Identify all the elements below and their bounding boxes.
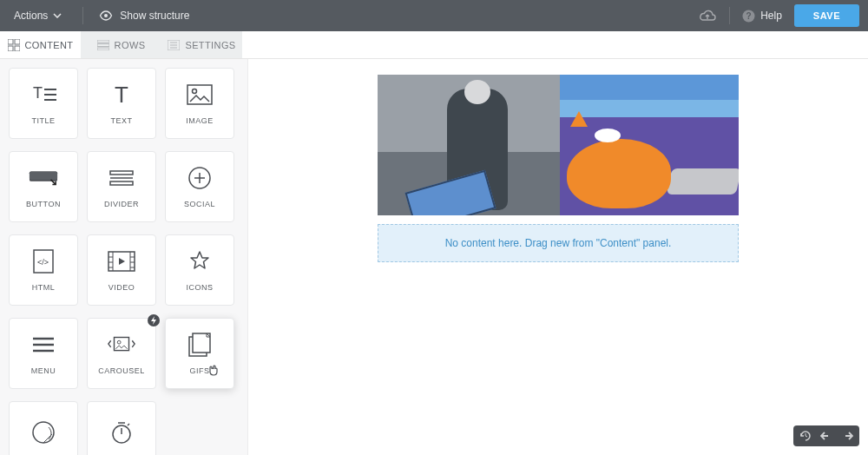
svg-rect-8 [97, 43, 109, 46]
title-icon: T [29, 82, 58, 108]
empty-dropzone[interactable]: No content here. Drag new from "Content"… [378, 224, 739, 262]
svg-point-44 [117, 340, 121, 344]
block-icons[interactable]: ICONS [165, 234, 234, 306]
dropzone-text: No content here. Drag new from "Content"… [445, 237, 672, 249]
settings-icon [168, 40, 180, 50]
svg-rect-25 [110, 181, 133, 185]
sidebar-tabs: CONTENT ROWS SETTINGS [0, 31, 868, 59]
video-icon [107, 248, 136, 274]
tab-settings[interactable]: SETTINGS [161, 31, 242, 58]
svg-rect-4 [15, 39, 20, 44]
block-sticker[interactable] [9, 401, 78, 455]
block-label: DIVIDER [104, 200, 139, 208]
svg-rect-22 [30, 171, 57, 179]
block-label: TITLE [31, 116, 55, 125]
block-text[interactable]: T TEXT [87, 68, 156, 139]
block-label: TEXT [110, 116, 132, 125]
redo-button[interactable] [840, 429, 854, 443]
tab-label: CONTENT [25, 40, 74, 50]
help-icon: ? [742, 10, 755, 23]
history-button[interactable] [799, 429, 812, 443]
svg-point-20 [193, 89, 197, 94]
svg-rect-3 [8, 39, 13, 44]
block-html[interactable]: </> HTML [9, 234, 78, 306]
undo-icon [820, 431, 832, 441]
image-icon [185, 82, 214, 108]
content-sidebar: T TITLE T TEXT IMAGE BUTTON [0, 59, 248, 455]
divider [729, 7, 730, 24]
grid-icon [8, 39, 20, 51]
tab-content[interactable]: CONTENT [0, 31, 81, 58]
button-icon [29, 165, 58, 191]
block-label: HTML [32, 283, 56, 292]
divider [82, 7, 83, 24]
actions-menu[interactable]: Actions [5, 6, 70, 25]
undo-button[interactable] [819, 429, 833, 443]
lightning-badge-icon [148, 314, 160, 326]
save-button[interactable]: SAVE [794, 4, 859, 27]
svg-text:?: ? [746, 11, 752, 21]
block-label: VIDEO [108, 283, 135, 292]
actions-label: Actions [14, 10, 48, 22]
svg-text:T: T [115, 83, 128, 106]
block-button[interactable]: BUTTON [9, 151, 78, 222]
svg-line-51 [128, 424, 129, 425]
grab-cursor-icon [207, 364, 220, 376]
svg-point-0 [104, 14, 108, 17]
image-row [378, 75, 739, 215]
sticker-icon [29, 419, 58, 445]
block-label: CAROUSEL [98, 366, 145, 375]
block-label: SOCIAL [184, 200, 215, 208]
placed-gif-left[interactable] [378, 75, 560, 215]
text-icon: T [107, 82, 136, 108]
html-icon: </> [29, 248, 58, 274]
placed-gif-right[interactable] [560, 75, 739, 215]
svg-rect-23 [110, 171, 133, 175]
svg-rect-5 [8, 46, 13, 51]
block-menu[interactable]: MENU [9, 318, 78, 389]
svg-line-53 [806, 436, 807, 437]
svg-rect-46 [193, 333, 210, 353]
block-carousel[interactable]: CAROUSEL [87, 318, 156, 389]
menu-icon [29, 332, 58, 358]
rows-icon [97, 40, 109, 50]
canvas[interactable]: No content here. Drag new from "Content"… [248, 59, 868, 455]
main: T TITLE T TEXT IMAGE BUTTON [0, 59, 868, 455]
redo-icon [841, 431, 853, 441]
block-label: BUTTON [26, 200, 61, 208]
block-label: MENU [31, 366, 56, 375]
svg-text:</>: </> [37, 258, 49, 267]
show-structure-toggle[interactable]: Show structure [94, 6, 194, 25]
show-structure-label: Show structure [120, 10, 189, 22]
svg-rect-6 [15, 46, 20, 51]
star-icon [185, 248, 214, 274]
cloud-save-icon[interactable] [698, 9, 717, 23]
content-blocks-grid: T TITLE T TEXT IMAGE BUTTON [9, 68, 239, 455]
block-gifs[interactable]: GIFS [165, 318, 234, 389]
block-label: ICONS [186, 283, 213, 292]
history-icon [799, 430, 812, 442]
carousel-icon [107, 332, 136, 358]
eye-icon [99, 10, 113, 21]
block-image[interactable]: IMAGE [165, 68, 234, 139]
help-button[interactable]: ? Help [742, 10, 782, 23]
block-divider[interactable]: DIVIDER [87, 151, 156, 222]
block-video[interactable]: VIDEO [87, 234, 156, 306]
svg-point-47 [33, 422, 54, 443]
block-title[interactable]: T TITLE [9, 68, 78, 139]
tab-rows[interactable]: ROWS [81, 31, 161, 58]
history-toolbar [793, 425, 859, 446]
social-icon [185, 165, 214, 191]
tab-label: SETTINGS [185, 40, 235, 50]
block-label: IMAGE [186, 116, 214, 125]
help-label: Help [760, 10, 782, 22]
block-social[interactable]: SOCIAL [165, 151, 234, 222]
svg-text:T: T [33, 84, 43, 102]
timer-icon [107, 419, 136, 445]
gifs-icon [185, 332, 214, 358]
block-timer[interactable] [87, 401, 156, 455]
tab-label: ROWS [115, 40, 146, 50]
svg-rect-9 [97, 48, 109, 50]
topbar: Actions Show structure ? Help SAVE [0, 0, 868, 31]
svg-rect-7 [97, 40, 109, 43]
